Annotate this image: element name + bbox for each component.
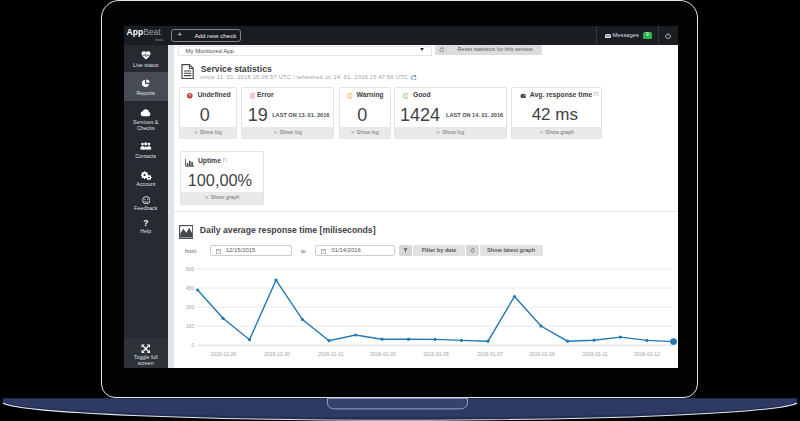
svg-text:300: 300	[186, 303, 195, 309]
svg-text:2015-12-28: 2015-12-28	[211, 350, 237, 356]
svg-text:450: 450	[186, 284, 195, 290]
svg-text:2016-01-03: 2016-01-03	[370, 350, 396, 356]
svg-text:2016-01-05: 2016-01-05	[423, 350, 449, 356]
svg-text:0: 0	[192, 342, 195, 348]
svg-text:2016-01-07: 2016-01-07	[477, 350, 503, 356]
svg-text:2016-01-01: 2016-01-01	[318, 350, 344, 356]
svg-text:600: 600	[186, 265, 195, 271]
svg-text:2016-01-11: 2016-01-11	[582, 350, 607, 356]
svg-text:2016-01-13: 2016-01-13	[634, 350, 660, 356]
svg-text:2016-01-09: 2016-01-09	[529, 350, 555, 356]
svg-text:150: 150	[186, 322, 195, 328]
svg-text:2015-12-30: 2015-12-30	[264, 350, 290, 356]
